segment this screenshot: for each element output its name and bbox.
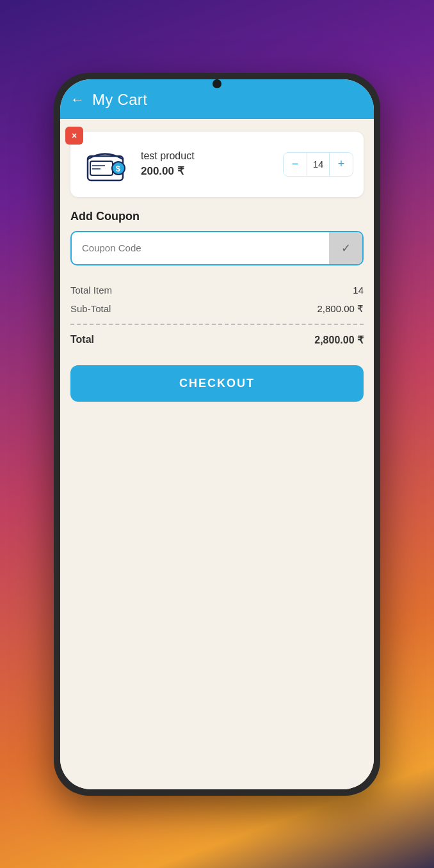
total-item-value: 14 bbox=[353, 285, 364, 296]
product-info: test product 200.00 ₹ bbox=[141, 150, 274, 178]
order-summary: Total Item 14 Sub-Total 2,800.00 ₹ Total… bbox=[70, 281, 364, 350]
summary-divider bbox=[70, 324, 364, 325]
svg-text:$: $ bbox=[116, 164, 120, 173]
total-item-row: Total Item 14 bbox=[70, 281, 364, 299]
total-value: 2,800.00 ₹ bbox=[314, 334, 364, 346]
subtotal-row: Sub-Total 2,800.00 ₹ bbox=[70, 299, 364, 319]
svg-rect-1 bbox=[90, 161, 113, 175]
total-row: Total 2,800.00 ₹ bbox=[70, 330, 364, 350]
remove-item-button[interactable]: × bbox=[65, 127, 83, 145]
page-title: My Cart bbox=[92, 91, 147, 109]
total-label: Total bbox=[70, 334, 94, 345]
phone-screen: ← My Cart × bbox=[60, 79, 374, 789]
quantity-value: 14 bbox=[307, 153, 330, 176]
product-image: $ bbox=[81, 142, 132, 187]
coupon-section-label: Add Coupon bbox=[70, 210, 364, 223]
checkout-button[interactable]: CHECKOUT bbox=[70, 365, 364, 402]
product-price: 200.00 ₹ bbox=[141, 164, 274, 178]
quantity-control: − 14 + bbox=[283, 152, 353, 177]
phone-frame: ← My Cart × bbox=[54, 73, 380, 796]
phone-notch bbox=[213, 79, 221, 88]
subtotal-value: 2,800.00 ₹ bbox=[317, 303, 364, 315]
product-name: test product bbox=[141, 150, 274, 162]
back-button[interactable]: ← bbox=[70, 91, 84, 108]
total-item-label: Total Item bbox=[70, 285, 112, 296]
coupon-section: Add Coupon ✓ bbox=[70, 210, 364, 265]
coupon-input-wrapper: ✓ bbox=[70, 231, 364, 265]
coupon-apply-button[interactable]: ✓ bbox=[329, 232, 362, 264]
content-area: × $ bbox=[60, 119, 374, 789]
subtotal-label: Sub-Total bbox=[70, 303, 111, 314]
increase-quantity-button[interactable]: + bbox=[330, 153, 353, 176]
decrease-quantity-button[interactable]: − bbox=[284, 153, 307, 176]
cart-item-card: × $ bbox=[70, 132, 364, 197]
coupon-input[interactable] bbox=[72, 233, 329, 262]
checkmark-icon: ✓ bbox=[341, 241, 351, 255]
